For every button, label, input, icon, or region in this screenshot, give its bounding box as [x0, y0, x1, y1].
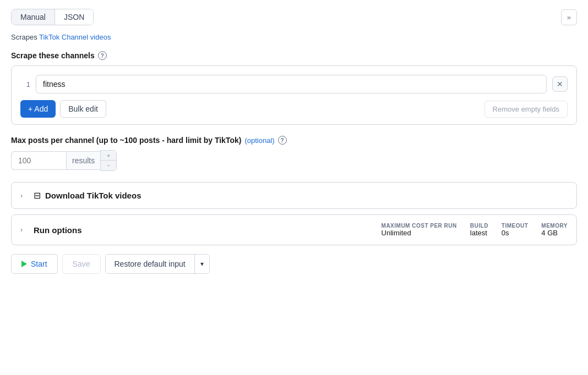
remove-channel-btn[interactable]: ✕ — [552, 76, 568, 92]
tab-json[interactable]: JSON — [55, 9, 93, 25]
restore-chevron-btn[interactable]: ▾ — [194, 255, 209, 273]
subtitle-prefix: Scrapes — [11, 33, 39, 41]
channels-section-label: Scrape these channels ? — [11, 51, 577, 60]
timeout-key: TIMEOUT — [502, 223, 529, 229]
optional-tag: (optional) — [244, 136, 274, 145]
subtitle-link[interactable]: TikTok Channel videos — [39, 33, 111, 41]
max-cost-key: MAXIMUM COST PER RUN — [382, 223, 457, 229]
timeout-item: TIMEOUT 0s — [502, 223, 529, 237]
memory-key: MEMORY — [541, 223, 568, 229]
channels-help-icon[interactable]: ? — [98, 51, 107, 60]
results-label: results — [66, 151, 100, 170]
start-btn-label: Start — [31, 260, 47, 268]
actions-left: + Add Bulk edit — [20, 100, 106, 118]
channels-box: 1 ✕ + Add Bulk edit Remove empty fields — [11, 65, 577, 125]
mode-tabs: Manual JSON — [11, 9, 94, 25]
stepper-row: results ＋ － — [11, 150, 577, 171]
download-icon: ⊟ — [34, 190, 41, 201]
start-btn[interactable]: Start — [11, 254, 58, 274]
run-options-title: Run options — [34, 225, 81, 235]
expand-btn[interactable]: » — [561, 9, 577, 25]
download-section: › ⊟ Download TikTok videos — [11, 182, 577, 209]
channels-actions: + Add Bulk edit Remove empty fields — [20, 100, 568, 118]
run-options-section: › Run options MAXIMUM COST PER RUN Unlim… — [11, 214, 577, 245]
build-item: BUILD latest — [470, 223, 488, 237]
download-section-header[interactable]: › ⊟ Download TikTok videos — [12, 183, 576, 208]
max-posts-help-icon[interactable]: ? — [278, 136, 287, 145]
add-btn[interactable]: + Add — [20, 100, 56, 118]
build-value: latest — [470, 229, 487, 237]
restore-group: Restore default input ▾ — [105, 254, 210, 274]
tab-manual[interactable]: Manual — [12, 9, 55, 25]
run-options-meta: MAXIMUM COST PER RUN Unlimited BUILD lat… — [382, 223, 568, 237]
memory-item: MEMORY 4 GB — [541, 223, 568, 237]
build-key: BUILD — [470, 223, 488, 229]
bulk-edit-btn[interactable]: Bulk edit — [60, 100, 106, 118]
row-number: 1 — [20, 80, 30, 89]
max-posts-label-text: Max posts per channel (up to ~100 posts … — [11, 136, 241, 145]
download-section-title: Download TikTok videos — [45, 191, 141, 200]
run-options-chevron-icon: › — [20, 226, 29, 234]
stepper-down-btn[interactable]: － — [101, 161, 116, 170]
restore-btn[interactable]: Restore default input — [106, 255, 194, 273]
max-posts-label: Max posts per channel (up to ~100 posts … — [11, 136, 577, 145]
subtitle: Scrapes TikTok Channel videos — [11, 33, 577, 41]
channels-label-text: Scrape these channels — [11, 51, 95, 60]
stepper-up-btn[interactable]: ＋ — [101, 151, 116, 161]
top-tabs-bar: Manual JSON » — [11, 9, 577, 25]
timeout-value: 0s — [502, 229, 509, 237]
start-icon — [21, 261, 27, 267]
remove-empty-btn[interactable]: Remove empty fields — [484, 101, 568, 118]
save-btn[interactable]: Save — [62, 254, 101, 274]
channel-row: 1 ✕ — [20, 75, 568, 93]
max-posts-input[interactable] — [11, 151, 66, 170]
memory-value: 4 GB — [541, 229, 558, 237]
download-chevron-icon: › — [20, 192, 29, 200]
stepper-buttons: ＋ － — [100, 150, 117, 171]
max-posts-section: Max posts per channel (up to ~100 posts … — [11, 136, 577, 171]
max-cost-value: Unlimited — [382, 229, 411, 237]
run-options-header[interactable]: › Run options MAXIMUM COST PER RUN Unlim… — [12, 215, 576, 245]
max-cost-item: MAXIMUM COST PER RUN Unlimited — [382, 223, 457, 237]
bottom-actions: Start Save Restore default input ▾ — [11, 254, 577, 274]
channel-input[interactable] — [36, 75, 547, 93]
